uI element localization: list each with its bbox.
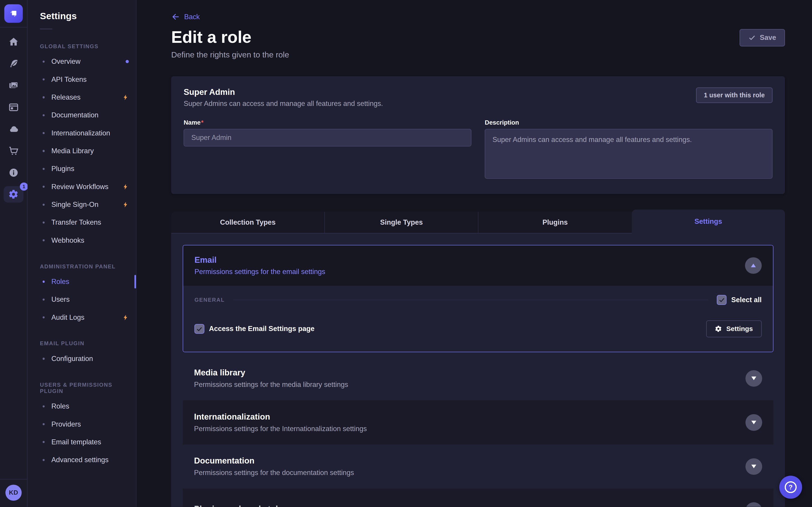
lightning-icon bbox=[122, 94, 129, 101]
sidebar-item-overview[interactable]: Overview bbox=[40, 53, 136, 70]
select-all-label: Select all bbox=[731, 296, 762, 304]
name-input[interactable] bbox=[184, 129, 471, 147]
bullet-icon bbox=[43, 132, 45, 134]
email-accordion-title: Email bbox=[194, 255, 325, 265]
expand-button[interactable] bbox=[746, 502, 762, 507]
section-row-internationalization[interactable]: Internationalization Permissions setting… bbox=[183, 400, 774, 445]
bullet-icon bbox=[43, 114, 45, 116]
bullet-icon bbox=[43, 441, 45, 443]
divider bbox=[233, 300, 708, 300]
bullet-icon bbox=[43, 204, 45, 206]
tab-plugins[interactable]: Plugins bbox=[478, 212, 631, 234]
notification-dot-icon bbox=[125, 60, 129, 63]
sidebar-item-email-templates[interactable]: Email templates bbox=[40, 433, 136, 451]
lightning-icon bbox=[122, 183, 129, 190]
sidebar-item-media-library[interactable]: Media Library bbox=[40, 142, 136, 160]
sidebar-item-plugins[interactable]: Plugins bbox=[40, 160, 136, 178]
section-row-plugins-and-marketplace[interactable]: Plugins and marketplace bbox=[183, 489, 774, 507]
sidebar-item-webhooks[interactable]: Webhooks bbox=[40, 231, 136, 249]
save-button[interactable]: Save bbox=[740, 29, 785, 46]
email-accordion-body: GENERAL Select all bbox=[183, 286, 773, 352]
administration-panel-list: Roles Users Audit Logs bbox=[40, 273, 136, 326]
chevron-down-icon bbox=[751, 421, 756, 424]
section-row-documentation[interactable]: Documentation Permissions settings for t… bbox=[183, 445, 774, 489]
users-with-role-button[interactable]: 1 user with this role bbox=[696, 88, 772, 103]
page-subtitle: Define the rights given to the role bbox=[171, 50, 289, 59]
check-icon bbox=[196, 326, 203, 332]
permission-checkbox[interactable] bbox=[194, 324, 204, 334]
sidebar-divider bbox=[40, 29, 52, 29]
bullet-icon bbox=[43, 423, 45, 425]
tab-collection-types[interactable]: Collection Types bbox=[171, 212, 324, 234]
settings-sidebar: Settings GLOBAL SETTINGS Overview API To… bbox=[28, 0, 137, 507]
section-label-administration-panel: ADMINISTRATION PANEL bbox=[40, 264, 136, 270]
description-textarea[interactable]: Super Admins can access and manage all f… bbox=[485, 129, 772, 179]
email-accordion: Email Permissions settings for the email… bbox=[183, 245, 774, 352]
description-field-group: Description Super Admins can access and … bbox=[485, 119, 772, 180]
bullet-icon bbox=[43, 459, 45, 461]
permission-item: Access the Email Settings page bbox=[194, 324, 314, 334]
email-settings-button-label: Settings bbox=[726, 325, 753, 333]
required-asterisk: * bbox=[201, 119, 204, 126]
content-type-builder-icon[interactable] bbox=[0, 97, 27, 118]
sidebar-item-single-sign-on[interactable]: Single Sign-On bbox=[40, 195, 136, 213]
bullet-icon bbox=[43, 405, 45, 407]
sidebar-item-configuration[interactable]: Configuration bbox=[40, 350, 136, 368]
collapse-button[interactable] bbox=[745, 257, 762, 274]
sidebar-item-transfer-tokens[interactable]: Transfer Tokens bbox=[40, 214, 136, 231]
sidebar-title: Settings bbox=[40, 11, 136, 21]
email-accordion-header[interactable]: Email Permissions settings for the email… bbox=[183, 245, 773, 286]
chevron-up-icon bbox=[751, 264, 756, 267]
home-icon[interactable] bbox=[0, 31, 27, 53]
section-row-media-library[interactable]: Media library Permissions settings for t… bbox=[183, 356, 774, 401]
bullet-icon bbox=[43, 78, 45, 80]
email-accordion-subtitle: Permissions settings for the email setti… bbox=[194, 268, 325, 276]
tab-settings[interactable]: Settings bbox=[632, 210, 785, 233]
rail-bottom: KD bbox=[0, 479, 27, 507]
sidebar-item-review-workflows[interactable]: Review Workflows bbox=[40, 178, 136, 195]
bullet-icon bbox=[43, 316, 45, 319]
expand-button[interactable] bbox=[746, 414, 762, 431]
sidebar-item-audit-logs[interactable]: Audit Logs bbox=[40, 308, 136, 326]
question-mark-icon: ? bbox=[785, 481, 797, 493]
sidebar-item-api-tokens[interactable]: API Tokens bbox=[40, 70, 136, 88]
name-field-group: Name* bbox=[184, 119, 471, 180]
help-button[interactable]: ? bbox=[779, 476, 802, 498]
strapi-logo-icon bbox=[4, 4, 23, 23]
strapi-logo-button[interactable] bbox=[0, 0, 27, 27]
tab-single-types[interactable]: Single Types bbox=[324, 212, 478, 234]
media-library-icon[interactable] bbox=[0, 74, 27, 97]
sidebar-item-internationalization[interactable]: Internationalization bbox=[40, 124, 136, 142]
description-label: Description bbox=[485, 119, 772, 126]
content-manager-icon[interactable] bbox=[0, 53, 27, 75]
gear-icon bbox=[715, 325, 722, 332]
settings-gear-icon[interactable]: 1 bbox=[0, 183, 27, 205]
section-label-email-plugin: EMAIL PLUGIN bbox=[40, 340, 136, 347]
marketplace-cart-icon[interactable] bbox=[0, 140, 27, 162]
sidebar-item-documentation[interactable]: Documentation bbox=[40, 106, 136, 124]
expand-button[interactable] bbox=[746, 370, 762, 387]
select-all-group: Select all bbox=[717, 295, 762, 305]
bullet-icon bbox=[43, 96, 45, 98]
role-card: Super Admin Super Admins can access and … bbox=[171, 76, 785, 194]
sidebar-item-releases[interactable]: Releases bbox=[40, 88, 136, 106]
info-icon[interactable] bbox=[0, 162, 27, 184]
email-settings-button[interactable]: Settings bbox=[706, 321, 762, 337]
permission-label: Access the Email Settings page bbox=[209, 325, 315, 333]
sidebar-item-providers[interactable]: Providers bbox=[40, 415, 136, 433]
back-link[interactable]: Back bbox=[171, 12, 785, 21]
avatar[interactable]: KD bbox=[5, 485, 21, 501]
sidebar-item-roles[interactable]: Roles bbox=[40, 273, 136, 290]
lightning-icon bbox=[122, 314, 129, 321]
nav-rail: 1 KD bbox=[0, 0, 28, 507]
permission-sections-list: Media library Permissions settings for t… bbox=[183, 356, 774, 507]
select-all-checkbox[interactable] bbox=[717, 295, 727, 305]
expand-button[interactable] bbox=[746, 458, 762, 475]
bullet-icon bbox=[43, 298, 45, 300]
sidebar-item-advanced-settings[interactable]: Advanced settings bbox=[40, 451, 136, 469]
cloud-icon[interactable] bbox=[0, 118, 27, 140]
sidebar-item-up-roles[interactable]: Roles bbox=[40, 397, 136, 415]
app-window: 1 KD Settings GLOBAL SETTINGS Overview A… bbox=[0, 0, 812, 507]
active-indicator bbox=[135, 275, 136, 288]
sidebar-item-users[interactable]: Users bbox=[40, 291, 136, 308]
